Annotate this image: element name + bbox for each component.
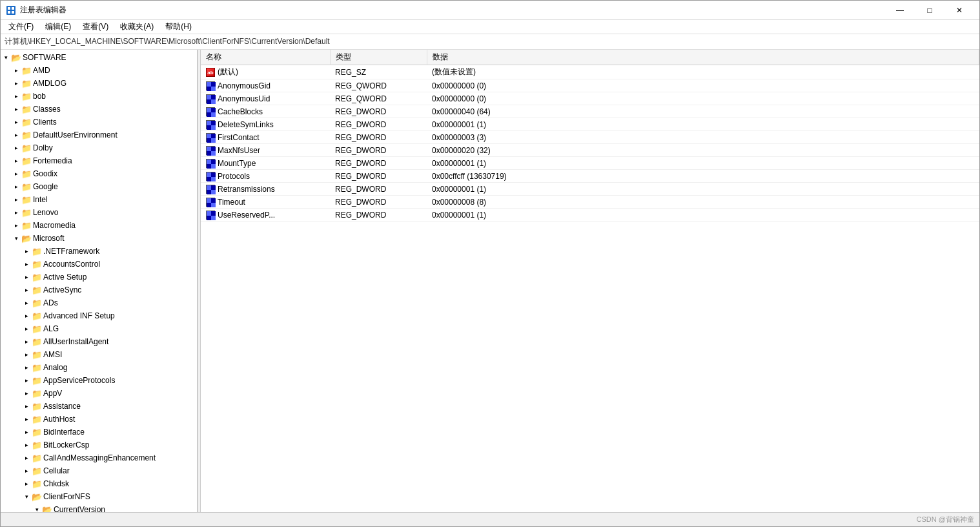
tree-expand-btn[interactable]: ▸ — [11, 104, 21, 114]
tree-expand-btn[interactable]: ▸ — [21, 479, 32, 489]
tree-expand-btn[interactable]: ▾ — [11, 233, 21, 243]
tree-expand-btn[interactable]: ▸ — [11, 78, 21, 88]
tree-item-classes[interactable]: ▸📁Classes — [1, 103, 197, 116]
tree-item-clientfornfs[interactable]: ▾📂ClientForNFS — [1, 490, 197, 503]
tree-expand-btn[interactable]: ▸ — [21, 336, 32, 347]
tree-expand-btn[interactable]: ▸ — [21, 311, 32, 321]
tree-panel[interactable]: ▾📂SOFTWARE▸📁AMD▸📁AMDLOG▸📁bob▸📁Classes▸📁C… — [1, 50, 198, 512]
tree-expand-btn[interactable]: ▸ — [11, 156, 21, 166]
tree-item-callandmessagingenhancement[interactable]: ▸📁CallAndMessagingEnhancement — [1, 451, 197, 464]
tree-item-appserviceprotocols[interactable]: ▸📁AppServiceProtocols — [1, 374, 197, 387]
tree-item-intel[interactable]: ▸📁Intel — [1, 193, 197, 206]
tree-item-lenovo[interactable]: ▸📁Lenovo — [1, 206, 197, 219]
tree-expand-btn[interactable]: ▸ — [11, 65, 21, 76]
tree-item-assistance[interactable]: ▸📁Assistance — [1, 400, 197, 413]
tree-item-netframework[interactable]: ▸📁.NETFramework — [1, 245, 197, 258]
tree-item-activesetup[interactable]: ▸📁Active Setup — [1, 271, 197, 284]
tree-item-bitlockercsp[interactable]: ▸📁BitLockerCsp — [1, 439, 197, 451]
table-row[interactable]: AnonymousUidREG_QWORD0x00000000 (0) — [201, 92, 979, 105]
menu-item[interactable]: 文件(F) — [3, 20, 39, 34]
close-button[interactable]: ✕ — [944, 1, 974, 20]
tree-expand-btn[interactable]: ▸ — [11, 117, 21, 127]
menu-item[interactable]: 收藏夹(A) — [115, 20, 159, 34]
tree-item-currentversion[interactable]: ▾📂CurrentVersion — [1, 503, 197, 512]
folder-icon: 📁 — [21, 220, 32, 231]
tree-expand-btn[interactable]: ▸ — [11, 194, 21, 205]
folder-icon: 📁 — [32, 401, 42, 411]
tree-expand-btn[interactable]: ▸ — [21, 388, 32, 398]
tree-item-google[interactable]: ▸📁Google — [1, 180, 197, 193]
tree-expand-btn[interactable]: ▸ — [11, 91, 21, 101]
value-name-text: MaxNfsUser — [218, 146, 260, 155]
tree-item-alluserinstallagent[interactable]: ▸📁AllUserInstallAgent — [1, 335, 197, 348]
table-row[interactable]: CacheBlocksREG_DWORD0x00000040 (64) — [201, 105, 979, 118]
tree-item-appv[interactable]: ▸📁AppV — [1, 387, 197, 400]
tree-item-clients[interactable]: ▸📁Clients — [1, 116, 197, 129]
tree-expand-btn[interactable]: ▸ — [21, 285, 32, 295]
tree-item-amsi[interactable]: ▸📁AMSI — [1, 348, 197, 361]
col-header-type[interactable]: 类型 — [330, 50, 427, 65]
table-row[interactable]: RetransmissionsREG_DWORD0x00000001 (1) — [201, 183, 979, 196]
tree-expand-btn[interactable]: ▸ — [21, 375, 32, 386]
tree-item-activesync[interactable]: ▸📁ActiveSync — [1, 284, 197, 296]
col-header-data[interactable]: 数据 — [427, 50, 979, 65]
tree-expand-btn[interactable]: ▸ — [21, 440, 32, 450]
minimize-button[interactable]: — — [885, 1, 915, 20]
tree-item-amdlog[interactable]: ▸📁AMDLOG — [1, 77, 197, 90]
tree-item-accountscontrol[interactable]: ▸📁AccountsControl — [1, 258, 197, 271]
tree-item-cellular[interactable]: ▸📁Cellular — [1, 464, 197, 477]
menu-item[interactable]: 帮助(H) — [160, 20, 197, 34]
tree-expand-btn[interactable]: ▸ — [21, 259, 32, 269]
table-row[interactable]: TimeoutREG_DWORD0x00000008 (8) — [201, 196, 979, 209]
tree-expand-btn[interactable]: ▸ — [11, 130, 21, 140]
tree-item-amd[interactable]: ▸📁AMD — [1, 64, 197, 77]
table-row[interactable]: ab(默认)REG_SZ(数值未设置) — [201, 65, 979, 79]
tree-expand-btn[interactable]: ▸ — [11, 207, 21, 218]
tree-item-alg[interactable]: ▸📁ALG — [1, 322, 197, 335]
tree-item-fortemedia[interactable]: ▸📁Fortemedia — [1, 154, 197, 167]
tree-item-advancedinfsetup[interactable]: ▸📁Advanced INF Setup — [1, 309, 197, 322]
tree-item-macromedia[interactable]: ▸📁Macromedia — [1, 219, 197, 232]
table-row[interactable]: FirstContactREG_DWORD0x00000003 (3) — [201, 131, 979, 144]
menu-item[interactable]: 查看(V) — [77, 20, 114, 34]
tree-expand-btn[interactable]: ▾ — [21, 491, 32, 502]
tree-item-ads[interactable]: ▸📁ADs — [1, 296, 197, 309]
tree-expand-btn[interactable]: ▸ — [21, 298, 32, 308]
tree-item-defaultuserenvironment[interactable]: ▸📁DefaultUserEnvironment — [1, 129, 197, 141]
tree-expand-btn[interactable]: ▸ — [21, 246, 32, 256]
tree-item-bidinterface[interactable]: ▸📁BidInterface — [1, 426, 197, 439]
table-row[interactable]: MaxNfsUserREG_DWORD0x00000020 (32) — [201, 144, 979, 157]
tree-item-label: Cellular — [43, 466, 70, 475]
tree-expand-btn[interactable]: ▸ — [11, 220, 21, 231]
tree-expand-btn[interactable]: ▸ — [21, 324, 32, 334]
tree-expand-btn[interactable]: ▸ — [21, 414, 32, 424]
tree-expand-btn[interactable]: ▸ — [21, 401, 32, 411]
tree-item-goodix[interactable]: ▸📁Goodix — [1, 167, 197, 180]
tree-item-bob[interactable]: ▸📁bob — [1, 90, 197, 103]
tree-expand-btn[interactable]: ▸ — [11, 181, 21, 192]
tree-expand-btn[interactable]: ▸ — [21, 466, 32, 476]
table-row[interactable]: UseReservedP...REG_DWORD0x00000001 (1) — [201, 209, 979, 222]
table-row[interactable]: AnonymousGidREG_QWORD0x00000000 (0) — [201, 79, 979, 92]
tree-item-software[interactable]: ▾📂SOFTWARE — [1, 51, 197, 64]
tree-expand-btn[interactable]: ▸ — [21, 349, 32, 360]
table-row[interactable]: MountTypeREG_DWORD0x00000001 (1) — [201, 157, 979, 170]
tree-item-dolby[interactable]: ▸📁Dolby — [1, 141, 197, 154]
tree-item-chkdsk[interactable]: ▸📁Chkdsk — [1, 477, 197, 490]
maximize-button[interactable]: □ — [915, 1, 944, 20]
tree-expand-btn[interactable]: ▸ — [11, 169, 21, 179]
tree-item-authhost[interactable]: ▸📁AuthHost — [1, 413, 197, 426]
menu-item[interactable]: 编辑(E) — [40, 20, 76, 34]
tree-expand-btn[interactable]: ▾ — [32, 504, 42, 512]
tree-item-microsoft[interactable]: ▾📂Microsoft — [1, 232, 197, 245]
table-row[interactable]: ProtocolsREG_DWORD0x00cffcff (13630719) — [201, 170, 979, 183]
tree-expand-btn[interactable]: ▸ — [21, 427, 32, 437]
tree-expand-btn[interactable]: ▸ — [21, 453, 32, 463]
tree-expand-btn[interactable]: ▾ — [1, 52, 11, 63]
tree-expand-btn[interactable]: ▸ — [21, 362, 32, 373]
table-row[interactable]: DeleteSymLinksREG_DWORD0x00000001 (1) — [201, 118, 979, 131]
tree-expand-btn[interactable]: ▸ — [11, 143, 21, 153]
col-header-name[interactable]: 名称 — [201, 50, 330, 65]
tree-item-analog[interactable]: ▸📁Analog — [1, 361, 197, 374]
tree-expand-btn[interactable]: ▸ — [21, 272, 32, 282]
